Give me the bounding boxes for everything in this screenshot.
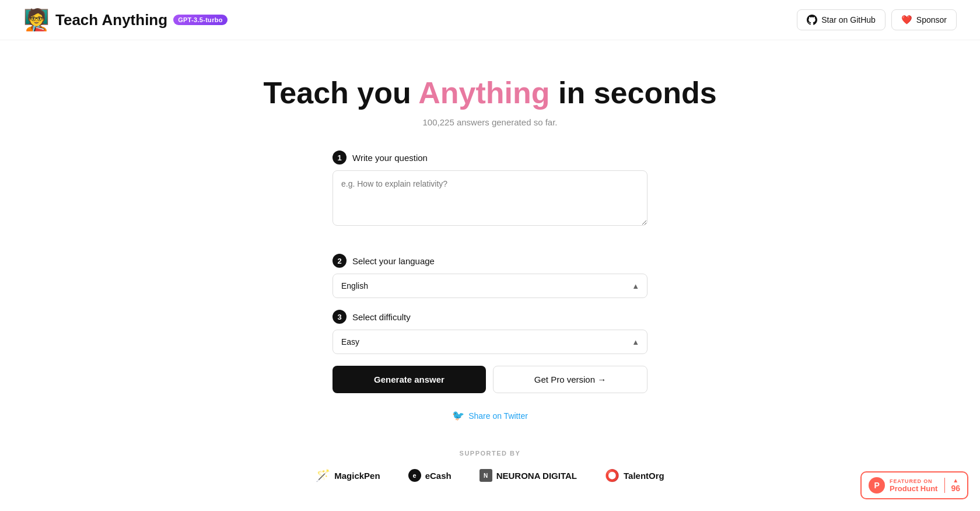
pro-version-button[interactable]: Get Pro version → bbox=[493, 366, 648, 393]
step2-label-text: Select your language bbox=[352, 256, 435, 266]
product-hunt-name: Product Hunt bbox=[890, 484, 937, 493]
ecash-icon: e bbox=[408, 469, 421, 482]
app-name: Teach Anything bbox=[55, 11, 167, 29]
neurona-label: NEURONA DIGITAL bbox=[496, 471, 577, 481]
product-hunt-count: ▲ 96 bbox=[944, 478, 960, 494]
gpt-badge: GPT-3.5-turbo bbox=[173, 15, 228, 25]
step2-label: 2 Select your language bbox=[332, 254, 648, 268]
github-icon bbox=[807, 15, 817, 25]
language-select[interactable]: English Spanish French German Japanese C… bbox=[332, 274, 648, 298]
sponsor-neurona: N NEURONA DIGITAL bbox=[480, 469, 577, 482]
product-hunt-triangle-icon: ▲ bbox=[953, 478, 958, 484]
header-logo-area: 🧑‍🏫 Teach Anything GPT-3.5-turbo bbox=[23, 9, 228, 30]
step2-number: 2 bbox=[332, 254, 346, 268]
product-hunt-featured-label: FEATURED ON bbox=[890, 478, 937, 484]
step3-label: 3 Select difficulty bbox=[332, 310, 648, 324]
sponsor-ecash: e eCash bbox=[408, 469, 452, 482]
form-container: 1 Write your question 2 Select your lang… bbox=[332, 150, 648, 422]
step1-section: 1 Write your question bbox=[332, 150, 648, 242]
github-button[interactable]: Star on GitHub bbox=[797, 9, 886, 30]
hero-title: Teach you Anything in seconds bbox=[263, 75, 716, 110]
product-hunt-badge[interactable]: P FEATURED ON Product Hunt ▲ 96 bbox=[860, 471, 968, 499]
twitter-share-label: Share on Twitter bbox=[468, 411, 528, 421]
step3-label-text: Select difficulty bbox=[352, 312, 411, 322]
step3-number: 3 bbox=[332, 310, 346, 324]
github-button-label: Star on GitHub bbox=[821, 15, 876, 24]
hero-subtitle: 100,225 answers generated so far. bbox=[423, 117, 558, 127]
twitter-share-link[interactable]: 🐦 Share on Twitter bbox=[332, 410, 648, 422]
hero-title-highlight: Anything bbox=[418, 76, 550, 110]
magickpen-icon: 🪄 bbox=[316, 468, 330, 482]
magickpen-label: MagickPen bbox=[334, 471, 380, 481]
talentorg-icon: ⭕ bbox=[605, 468, 620, 482]
step2-section: 2 Select your language English Spanish F… bbox=[332, 254, 648, 298]
sponsors-row: 🪄 MagickPen e eCash N NEURONA DIGITAL ⭕ … bbox=[316, 468, 664, 482]
supported-label: SUPPORTED BY bbox=[316, 450, 664, 457]
step1-label-text: Write your question bbox=[352, 153, 428, 163]
step1-number: 1 bbox=[332, 150, 346, 164]
product-hunt-number: 96 bbox=[951, 484, 960, 494]
header-actions: Star on GitHub ❤️ Sponsor bbox=[797, 9, 957, 30]
step3-section: 3 Select difficulty Easy Medium Hard ▲ bbox=[332, 310, 648, 354]
supported-by-section: SUPPORTED BY 🪄 MagickPen e eCash N NEURO… bbox=[316, 450, 664, 482]
logo-emoji: 🧑‍🏫 bbox=[23, 9, 50, 30]
product-hunt-logo: P bbox=[869, 477, 885, 494]
talentorg-label: TalentOrg bbox=[624, 471, 664, 481]
product-hunt-text: FEATURED ON Product Hunt bbox=[890, 478, 937, 493]
header: 🧑‍🏫 Teach Anything GPT-3.5-turbo Star on… bbox=[0, 0, 980, 40]
generate-button[interactable]: Generate answer bbox=[332, 366, 486, 393]
difficulty-select[interactable]: Easy Medium Hard bbox=[332, 330, 648, 354]
twitter-icon: 🐦 bbox=[452, 410, 464, 422]
sponsor-button[interactable]: ❤️ Sponsor bbox=[891, 9, 957, 30]
sponsor-talentorg: ⭕ TalentOrg bbox=[605, 468, 664, 482]
step1-label: 1 Write your question bbox=[332, 150, 648, 164]
heart-icon: ❤️ bbox=[901, 15, 912, 25]
sponsor-button-label: Sponsor bbox=[916, 15, 947, 24]
question-textarea[interactable] bbox=[332, 170, 648, 226]
hero-title-end: in seconds bbox=[550, 76, 717, 110]
ecash-label: eCash bbox=[425, 471, 452, 481]
language-select-wrapper: English Spanish French German Japanese C… bbox=[332, 274, 648, 298]
main-content: Teach you Anything in seconds 100,225 an… bbox=[0, 40, 980, 506]
difficulty-select-wrapper: Easy Medium Hard ▲ bbox=[332, 330, 648, 354]
neurona-icon: N bbox=[480, 469, 492, 482]
sponsor-magickpen: 🪄 MagickPen bbox=[316, 468, 380, 482]
hero-title-start: Teach you bbox=[263, 76, 418, 110]
action-buttons: Generate answer Get Pro version → bbox=[332, 366, 648, 393]
